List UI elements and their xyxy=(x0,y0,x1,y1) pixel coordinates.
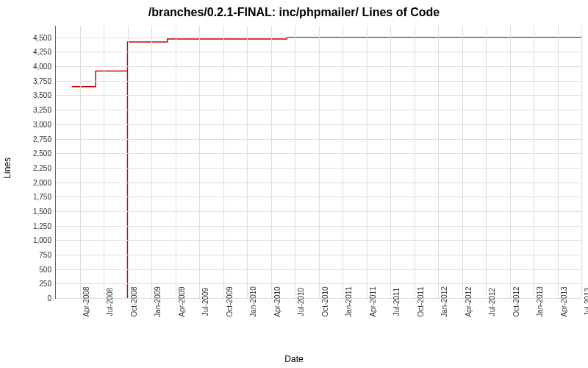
x-tick-label: Jan-2013 xyxy=(536,286,544,317)
x-tick-label: Jul-2008 xyxy=(106,288,114,316)
x-tick-label: Jul-2010 xyxy=(297,288,305,316)
x-tick-label: Jul-2012 xyxy=(488,288,496,316)
y-tick-label: 4,250 xyxy=(15,48,51,56)
grid-line-v xyxy=(415,26,415,298)
y-tick-label: 2,000 xyxy=(15,178,51,186)
chart-container: /branches/0.2.1-FINAL: inc/phpmailer/ Li… xyxy=(0,0,588,368)
y-tick-label: 2,250 xyxy=(15,163,51,171)
y-tick-label: 4,500 xyxy=(15,33,51,41)
grid-line-v xyxy=(534,26,534,298)
x-tick-label: Oct-2012 xyxy=(512,286,520,316)
x-tick-label: Jan-2011 xyxy=(345,286,353,317)
grid-line-v xyxy=(247,26,248,298)
grid-line-v xyxy=(104,26,104,298)
x-tick-label: Apr-2009 xyxy=(178,286,186,316)
x-tick-label: Oct-2010 xyxy=(321,286,329,316)
y-tick-label: 250 xyxy=(15,280,51,288)
grid-line-v xyxy=(438,26,439,298)
y-tick-label: 0 xyxy=(15,294,51,302)
y-tick-label: 1,250 xyxy=(15,222,51,230)
grid-line-v xyxy=(223,26,224,298)
x-tick-label: Oct-2009 xyxy=(226,286,234,316)
grid-line-v xyxy=(80,26,81,298)
plot-area xyxy=(55,26,581,299)
grid-line-v xyxy=(176,26,176,298)
grid-line-v xyxy=(462,26,463,298)
x-tick-label: Jul-2011 xyxy=(392,288,401,316)
grid-line-v xyxy=(486,26,487,298)
x-tick-label: Apr-2011 xyxy=(369,286,377,316)
y-tick-label: 2,750 xyxy=(15,135,51,143)
grid-line-v xyxy=(199,26,200,298)
y-tick-label: 3,250 xyxy=(15,106,51,114)
x-tick-label: Jan-2012 xyxy=(440,286,448,317)
x-tick-label: Apr-2013 xyxy=(560,286,568,316)
grid-line-v xyxy=(558,26,559,298)
x-tick-label: Oct-2008 xyxy=(130,286,138,316)
y-tick-label: 1,500 xyxy=(15,207,51,215)
x-tick-label: Apr-2012 xyxy=(465,286,473,316)
y-tick-label: 500 xyxy=(15,265,51,273)
y-tick-label: 750 xyxy=(15,250,51,258)
grid-line-v xyxy=(343,26,343,298)
y-tick-label: 4,000 xyxy=(15,63,51,71)
x-tick-label: Oct-2011 xyxy=(417,286,425,316)
y-tick-label: 1,000 xyxy=(15,236,51,244)
y-tick-label: 2,500 xyxy=(15,149,51,158)
x-tick-label: Jan-2009 xyxy=(154,286,162,317)
grid-line-v xyxy=(271,26,272,298)
y-tick-label: 3,500 xyxy=(15,91,51,99)
grid-line-v xyxy=(295,26,295,298)
grid-line-v xyxy=(510,26,511,298)
grid-line-v xyxy=(319,26,320,298)
x-tick-label: Apr-2010 xyxy=(273,286,282,316)
x-axis-label: Date xyxy=(0,354,588,364)
x-tick-label: Jul-2009 xyxy=(201,288,209,316)
x-tick-label: Jul-2013 xyxy=(584,288,588,316)
grid-line-v xyxy=(367,26,368,298)
grid-line-v xyxy=(390,26,391,298)
grid-line-v xyxy=(581,26,582,298)
chart-title: /branches/0.2.1-FINAL: inc/phpmailer/ Li… xyxy=(0,6,588,19)
y-tick-label: 3,750 xyxy=(15,77,51,85)
y-axis-label: Lines xyxy=(2,158,12,179)
x-tick-label: Jan-2010 xyxy=(249,286,257,317)
y-tick-label: 3,000 xyxy=(15,120,51,128)
grid-line-v xyxy=(151,26,152,298)
x-tick-label: Apr-2008 xyxy=(82,286,90,316)
y-tick-label: 1,750 xyxy=(15,193,51,201)
grid-line-v xyxy=(128,26,129,298)
